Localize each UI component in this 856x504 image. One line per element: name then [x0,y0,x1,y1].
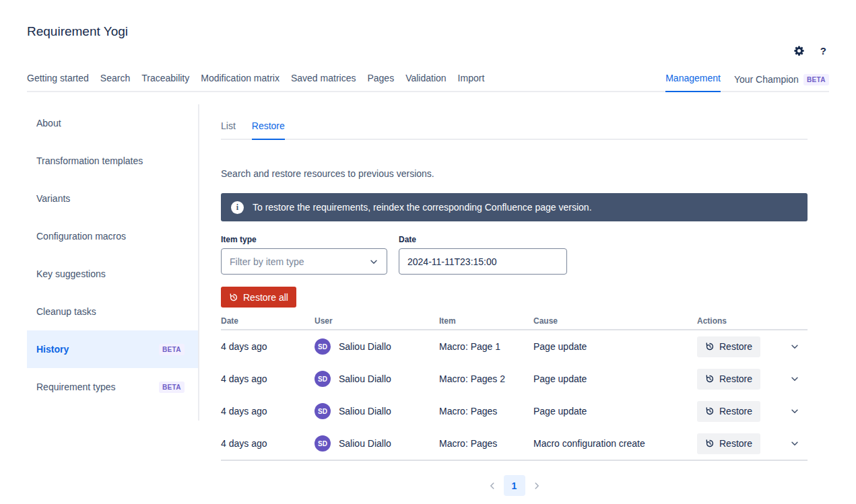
sidebar-item-label: Key suggestions [36,268,106,279]
cell-actions: Restore [697,433,808,454]
filters: Item type Filter by item type Date [221,235,808,275]
item-type-label: Item type [221,235,387,244]
restore-button[interactable]: Restore [697,401,760,422]
chevron-left-icon[interactable] [488,481,497,491]
table-row: 4 days ago SD Saliou Diallo Macro: Pages… [221,427,808,460]
sidebar: About Transformation templates Variants … [27,104,199,421]
user-name: Saliou Diallo [339,341,391,352]
help-icon[interactable]: ? [820,45,826,57]
chevron-down-icon[interactable] [790,406,799,416]
page-number[interactable]: 1 [504,475,525,496]
table-row: 4 days ago SD Saliou Diallo Macro: Pages… [221,395,808,427]
date-label: Date [399,235,567,244]
restore-button-label: Restore [719,406,752,417]
sidebar-item-history[interactable]: History BETA [27,330,198,368]
cell-user: SD Saliou Diallo [315,371,439,387]
cell-item: Macro: Page 1 [439,341,533,352]
cell-actions: Restore [697,401,808,422]
cell-cause: Page update [533,341,697,352]
cell-date: 4 days ago [221,341,315,352]
gear-icon[interactable] [793,44,805,57]
date-input[interactable] [399,248,567,275]
cell-actions: Restore [697,336,808,357]
restore-button-label: Restore [719,438,752,449]
cell-user: SD Saliou Diallo [315,338,439,355]
main-tabs: List Restore [221,120,808,140]
table-body: 4 days ago SD Saliou Diallo Macro: Page … [221,330,808,461]
tab-management[interactable]: Management [665,73,721,92]
beta-badge: BETA [159,382,185,393]
restore-button[interactable]: Restore [697,369,760,390]
beta-badge: BETA [803,74,829,85]
sidebar-item-label: Cleanup tasks [36,306,96,317]
table-header: Date User Item Cause Actions [221,312,808,330]
user-name: Saliou Diallo [339,373,391,384]
info-icon: i [231,201,244,214]
tab-search[interactable]: Search [100,73,130,92]
chevron-down-icon[interactable] [790,439,799,448]
history-icon [705,342,715,351]
item-type-select[interactable]: Filter by item type [221,248,387,275]
tab-pages[interactable]: Pages [367,73,394,92]
sidebar-item-transformation-templates[interactable]: Transformation templates [27,142,198,180]
sidebar-item-configuration-macros[interactable]: Configuration macros [27,217,198,255]
tab-your-champion[interactable]: Your Champion BETA [734,74,829,92]
chevron-right-icon[interactable] [532,481,541,491]
sidebar-item-about[interactable]: About [27,104,198,142]
cell-user: SD Saliou Diallo [315,403,439,419]
cell-item: Macro: Pages 2 [439,373,533,384]
restore-button[interactable]: Restore [697,336,760,357]
info-banner-text: To restore the requirements, reindex the… [253,202,592,213]
sidebar-item-key-suggestions[interactable]: Key suggestions [27,255,198,293]
cell-cause: Macro configuration create [533,438,697,449]
cell-date: 4 days ago [221,406,315,417]
sidebar-item-cleanup-tasks[interactable]: Cleanup tasks [27,293,198,330]
restore-all-button[interactable]: Restore all [221,287,296,308]
column-header-cause: Cause [533,316,697,326]
history-icon [705,406,715,416]
table-row: 4 days ago SD Saliou Diallo Macro: Pages… [221,363,808,395]
date-filter: Date [399,235,567,275]
tab-saved-matrices[interactable]: Saved matrices [291,73,356,92]
chevron-down-icon [369,257,378,266]
tab-your-champion-label: Your Champion [734,74,799,85]
item-type-placeholder: Filter by item type [230,256,304,267]
tab-restore[interactable]: Restore [252,120,285,140]
sidebar-item-label: Configuration macros [36,231,126,242]
cell-date: 4 days ago [221,438,315,449]
cell-cause: Page update [533,373,697,384]
avatar: SD [315,435,331,452]
top-nav: Getting started Search Traceability Modi… [27,73,829,92]
chevron-down-icon[interactable] [790,374,799,384]
cell-date: 4 days ago [221,373,315,384]
cell-item: Macro: Pages [439,438,533,449]
tab-getting-started[interactable]: Getting started [27,73,89,92]
history-icon [705,374,715,384]
tab-validation[interactable]: Validation [405,73,446,92]
avatar: SD [315,371,331,387]
top-nav-left: Getting started Search Traceability Modi… [27,73,484,91]
page-title: Requirement Yogi [27,24,128,39]
history-icon [229,293,238,302]
tab-traceability[interactable]: Traceability [141,73,189,92]
history-icon [705,439,715,448]
tab-list[interactable]: List [221,120,236,140]
restore-button[interactable]: Restore [697,433,760,454]
restore-description: Search and restore resources to previous… [221,168,808,179]
table-row: 4 days ago SD Saliou Diallo Macro: Page … [221,330,808,363]
sidebar-item-variants[interactable]: Variants [27,180,198,217]
cell-cause: Page update [533,406,697,417]
column-header-item: Item [439,316,533,326]
restore-button-label: Restore [719,341,752,352]
tab-import[interactable]: Import [458,73,485,92]
chevron-down-icon[interactable] [790,342,799,351]
user-name: Saliou Diallo [339,438,391,449]
restore-all-label: Restore all [243,292,288,303]
column-header-user: User [315,316,439,326]
sidebar-item-requirement-types[interactable]: Requirement types BETA [27,368,198,406]
tab-modification-matrix[interactable]: Modification matrix [201,73,279,92]
sidebar-item-label: Transformation templates [36,155,143,166]
page: Requirement Yogi ? Getting started Searc… [0,0,856,504]
history-table: Date User Item Cause Actions 4 days ago … [221,312,808,461]
column-header-actions: Actions [697,316,808,326]
